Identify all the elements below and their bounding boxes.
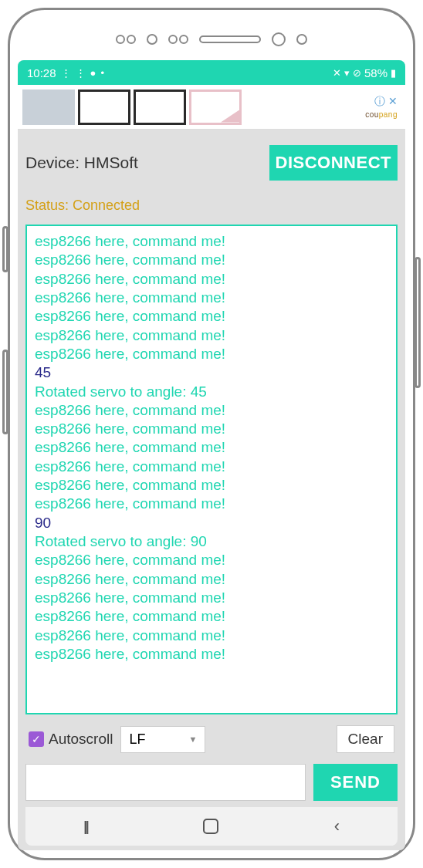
ad-thumbnail — [22, 90, 75, 125]
console-line-received: esp8266 here, command me! — [35, 495, 388, 513]
status-notif-icon: ⋮ — [76, 67, 86, 79]
phone-side-button — [415, 257, 421, 388]
phone-side-button — [2, 226, 8, 272]
console-line-received: esp8266 here, command me! — [35, 232, 388, 251]
console-line-received: esp8266 here, command me! — [35, 458, 388, 476]
disconnect-button[interactable]: DISCONNECT — [269, 145, 398, 181]
console-line-received: esp8266 here, command me! — [35, 570, 388, 589]
line-ending-value: LF — [129, 731, 145, 748]
device-label: Device: HMSoft — [25, 154, 138, 172]
console-line-received: esp8266 here, command me! — [35, 345, 388, 363]
console-line-received: esp8266 here, command me! — [35, 307, 388, 326]
mute-icon: ✕ — [333, 67, 341, 79]
console-line-received: esp8266 here, command me! — [35, 326, 388, 345]
phone-sensor-bar — [18, 18, 405, 60]
ad-thumbnail — [189, 90, 242, 125]
wifi-icon: ▾ — [344, 67, 350, 79]
nav-recent-button[interactable]: ||| — [83, 819, 87, 835]
battery-percent: 58% — [364, 66, 387, 79]
console-line-received: esp8266 here, command me! — [35, 251, 388, 269]
status-notif-icon: ⋮ — [61, 67, 71, 79]
command-input[interactable] — [25, 764, 306, 801]
console-line-received: esp8266 here, command me! — [35, 607, 388, 626]
chevron-down-icon: ▼ — [189, 735, 198, 744]
console-line-received: esp8266 here, command me! — [35, 645, 388, 664]
ad-thumbnail — [78, 90, 130, 125]
connection-status: Status: Connected — [25, 198, 398, 214]
status-chat-icon: ● — [90, 67, 96, 79]
console-line-received: esp8266 here, command me! — [35, 401, 388, 420]
device-name: HMSoft — [84, 154, 138, 171]
app-body: Device: HMSoft DISCONNECT Status: Connec… — [18, 130, 405, 850]
console-line-received: esp8266 here, command me! — [35, 476, 388, 495]
console-line-received: esp8266 here, command me! — [35, 627, 388, 645]
console-line-received: esp8266 here, command me! — [35, 420, 388, 438]
battery-icon: ▮ — [391, 67, 396, 79]
no-data-icon: ⊘ — [353, 67, 361, 79]
ad-banner[interactable]: ⓘ ✕ coupang — [18, 85, 405, 130]
console-line-sent: 45 — [35, 363, 388, 382]
phone-screen: 10:28 ⋮ ⋮ ● • ✕ ▾ ⊘ 58% ▮ ⓘ ✕ — [18, 60, 405, 850]
autoscroll-label: Autoscroll — [49, 731, 113, 748]
console-line-received: Rotated servo to angle: 90 — [35, 532, 388, 551]
console-line-sent: 90 — [35, 514, 388, 532]
console-line-received: esp8266 here, command me! — [35, 438, 388, 457]
android-nav-bar: ||| ‹ — [25, 807, 398, 846]
ad-info-icon[interactable]: ⓘ — [374, 95, 385, 109]
ad-close-icon[interactable]: ✕ — [388, 95, 398, 109]
console-line-received: esp8266 here, command me! — [35, 289, 388, 307]
line-ending-select[interactable]: LF ▼ — [120, 726, 205, 753]
ad-thumbnail — [134, 90, 186, 125]
nav-home-button[interactable] — [203, 819, 218, 834]
console-line-received: esp8266 here, command me! — [35, 270, 388, 289]
check-icon: ✓ — [29, 731, 44, 747]
android-status-bar: 10:28 ⋮ ⋮ ● • ✕ ▾ ⊘ 58% ▮ — [18, 60, 405, 85]
status-time: 10:28 — [27, 66, 56, 79]
console-line-received: Rotated servo to angle: 45 — [35, 383, 388, 401]
status-dot-icon: • — [100, 67, 104, 79]
serial-console[interactable]: esp8266 here, command me!esp8266 here, c… — [25, 225, 398, 714]
phone-mockup: 10:28 ⋮ ⋮ ● • ✕ ▾ ⊘ 58% ▮ ⓘ ✕ — [8, 8, 415, 860]
console-line-received: esp8266 here, command me! — [35, 589, 388, 607]
ad-brand-label: coupang — [365, 110, 398, 119]
nav-back-button[interactable]: ‹ — [334, 816, 340, 836]
autoscroll-checkbox[interactable]: ✓ Autoscroll — [29, 731, 113, 748]
clear-button[interactable]: Clear — [337, 725, 394, 753]
send-button[interactable]: SEND — [313, 764, 398, 801]
phone-side-button — [2, 350, 8, 434]
console-line-received: esp8266 here, command me! — [35, 551, 388, 569]
